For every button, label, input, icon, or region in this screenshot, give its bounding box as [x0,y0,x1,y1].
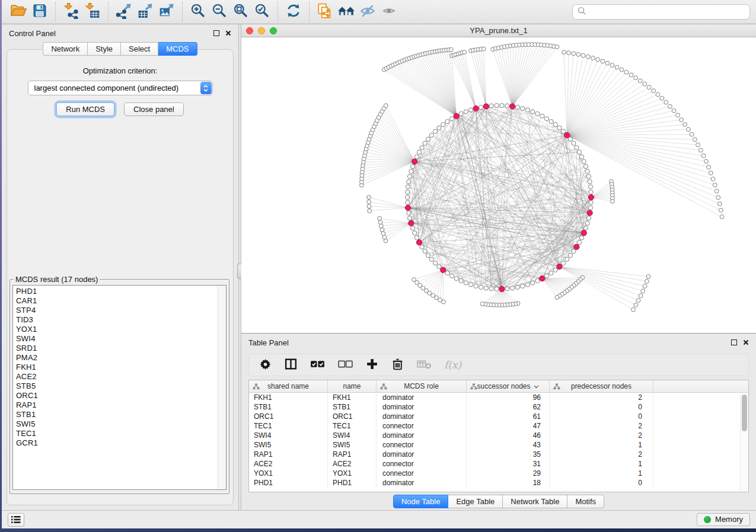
table-row[interactable]: ACE2ACE2connector311 [249,459,748,469]
tab-mcds[interactable]: MCDS [158,42,197,56]
close-panel-button[interactable]: Close panel [124,102,184,116]
search-input[interactable] [590,8,745,17]
cell-role: connector [377,440,467,450]
mcds-result-item[interactable]: TID3 [16,315,226,325]
network-window-titlebar[interactable]: YPA_prune.txt_1 [241,24,756,37]
zoom-fit-button[interactable] [230,2,251,22]
result-list-scrollbar[interactable] [218,286,226,489]
cell-name: SWI4 [328,431,377,440]
save-session-button[interactable] [29,2,50,22]
column-type-icon [253,383,260,392]
hide-graphics-details-button[interactable] [357,2,378,22]
search-icon [578,7,586,18]
float-table-panel-icon[interactable] [731,339,737,345]
table-row[interactable]: SWI5SWI5connector431 [249,440,748,450]
hide-graphics-details-icon [359,3,376,21]
cell-shared_name: RAP1 [249,450,328,459]
table-row[interactable]: FKH1FKH1dominator962 [249,393,748,402]
export-network-button[interactable] [113,2,135,22]
add-icon[interactable] [365,357,379,373]
close-panel-icon[interactable] [225,30,231,36]
table-row[interactable]: RAP1RAP1dominator352 [249,450,748,459]
mcds-result-item[interactable]: STP4 [16,306,226,315]
columns-icon[interactable] [284,357,298,373]
delete-icon[interactable] [391,357,404,373]
mcds-result-item[interactable]: GCR1 [16,438,226,448]
mcds-result-item[interactable]: RAP1 [16,400,226,410]
cell-name: SWI5 [328,440,377,450]
table-row[interactable]: ORC1ORC1dominator610 [249,412,748,421]
run-mcds-button[interactable]: Run MCDS [56,102,114,116]
tab-select[interactable]: Select [121,42,158,56]
column-header-MCDS-role[interactable]: MCDS role [377,380,467,392]
mcds-result-item[interactable]: TEC1 [16,429,226,438]
task-history-button[interactable] [8,513,24,527]
mcds-result-list[interactable]: PHD1CAR1STP4TID3YOX1SWI4SRD1PMA2FKH1ACE2… [12,285,227,490]
tab-motifs[interactable]: Motifs [567,495,604,508]
tab-network-table[interactable]: Network Table [503,495,567,508]
mcds-result-item[interactable]: SWI4 [16,334,226,344]
table-scrollbar-thumb[interactable] [742,395,747,431]
column-header-successor-nodes[interactable]: successor nodes [467,380,550,392]
gear-icon[interactable] [259,357,272,373]
export-table-icon [137,2,154,21]
select-all-icon[interactable] [310,357,326,373]
cell-shared_name: ACE2 [249,459,328,469]
cytoscape-window: Control Panel NetworkStyleSelectMCDS Opt… [2,0,756,528]
table-row[interactable]: SWI4SWI4dominator462 [249,431,748,440]
mcds-result-item[interactable]: ACE2 [16,372,226,382]
mcds-result-item[interactable]: PHD1 [16,287,226,296]
zoom-fit-icon [232,2,249,21]
search-field[interactable] [572,4,750,20]
table-row[interactable]: YOX1YOX1connector291 [249,469,748,478]
zoom-in-button[interactable] [187,2,209,22]
column-header-predecessor-nodes[interactable]: predecessor nodes [550,380,653,392]
mcds-result-item[interactable]: STB1 [16,410,226,419]
mcds-result-item[interactable]: FKH1 [16,363,226,372]
mcds-result-item[interactable]: CAR1 [16,296,226,306]
show-all-windows-button[interactable] [336,2,357,22]
export-image-button[interactable] [156,2,177,22]
zoom-out-button[interactable] [209,2,230,22]
deselect-all-icon[interactable] [337,357,353,373]
table-scrollbar[interactable] [740,393,748,492]
mcds-result-item[interactable]: YOX1 [16,325,226,334]
float-panel-icon[interactable] [213,30,219,36]
close-table-panel-icon[interactable] [743,339,749,345]
tab-node-table[interactable]: Node Table [393,495,449,508]
import-table-button[interactable] [82,2,103,22]
column-header-shared-name[interactable]: shared name [249,380,328,392]
tab-network[interactable]: Network [43,42,88,56]
mcds-result-item[interactable]: ORC1 [16,391,226,400]
export-table-button[interactable] [135,2,156,22]
network-canvas[interactable] [241,37,756,333]
zoom-selected-button[interactable] [251,2,273,22]
memory-button[interactable]: Memory [697,513,750,526]
toolbar-separator [309,2,310,22]
clone-network-button[interactable] [314,2,336,22]
mcds-result-item[interactable]: PMA2 [16,353,226,363]
criterion-select[interactable]: largest connected component (undirected) [28,81,213,95]
cell-shared_name: TEC1 [249,421,328,431]
import-table-icon [84,2,101,21]
cell-successors: 18 [467,478,550,488]
mcds-result-title: MCDS result (17 nodes) [14,275,100,284]
column-header-name[interactable]: name [328,380,377,392]
open-file-button[interactable] [8,2,29,22]
mcds-result-item[interactable]: SWI5 [16,419,226,429]
table-row[interactable]: PHD1PHD1dominator180 [249,478,748,488]
table-tabs: Node TableEdge TableNetwork TableMotifs [393,495,604,508]
network-graph[interactable] [241,37,756,333]
column-type-icon [470,383,477,392]
import-network-icon [63,2,79,21]
mcds-result-item[interactable]: SRD1 [16,344,226,353]
table-row[interactable]: TEC1TEC1connector472 [249,421,748,431]
table-row[interactable]: STB1STB1dominator620 [249,402,748,412]
refresh-button[interactable] [283,2,304,22]
tab-edge-table[interactable]: Edge Table [448,495,503,508]
import-network-button[interactable] [60,2,82,22]
mcds-result-item[interactable]: STB5 [16,382,226,391]
tab-style[interactable]: Style [88,42,121,56]
show-graphics-details-button[interactable] [378,2,400,22]
table-panel-title: Table Panel [248,338,289,347]
